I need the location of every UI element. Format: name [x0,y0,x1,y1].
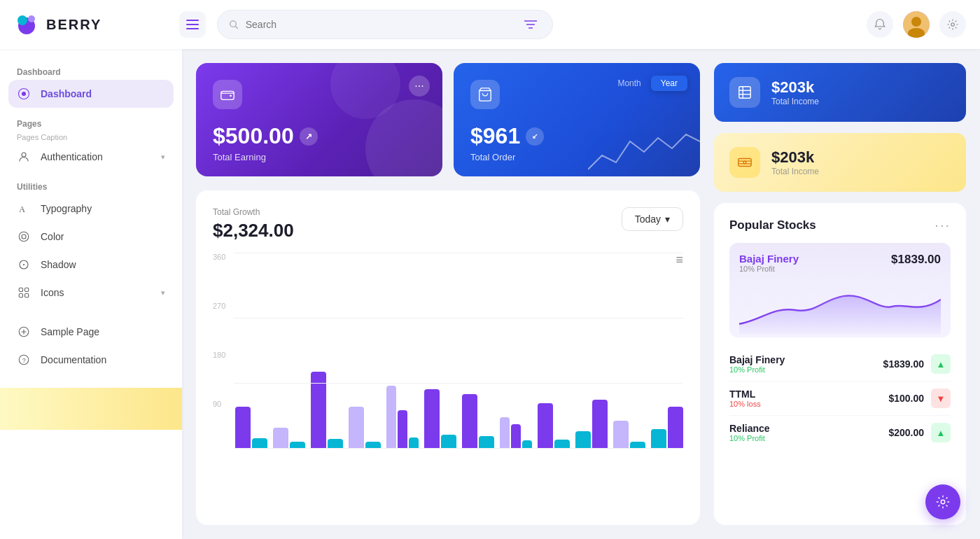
income-amount-yellow: $203k [771,148,819,167]
bar-teal [290,442,305,449]
earning-card-more-button[interactable]: ··· [409,76,430,97]
svg-point-2 [28,15,35,22]
svg-rect-3 [186,20,199,21]
bar-teal [252,438,267,449]
total-order-card: Month Year $961 ↙ Total Orde [454,63,700,176]
shadow-icon [17,258,31,272]
stock-row-info: Bajaj Finery 10% Profit [729,354,785,374]
svg-rect-33 [739,87,751,99]
bar-light-purple [386,386,396,449]
total-earning-card: ··· $500.00 ↗ Total Earning [196,63,442,176]
stock-row-name: TTML [729,388,761,400]
svg-point-31 [230,94,232,97]
icons-icon [17,286,31,300]
cash-icon [737,155,752,170]
bar-purple [462,394,477,449]
order-tab-toggle: Month Year [608,76,687,91]
sidebar-item-shadow[interactable]: Shadow [0,251,182,279]
chevron-down-icon: ▾ [161,153,165,162]
svg-rect-4 [186,24,199,25]
bar-purple [235,407,251,449]
bar-group-6 [424,389,456,449]
order-card-icon-box [470,80,500,109]
bar-teal [365,442,381,449]
sidebar-item-authentication[interactable]: Authentication ▾ [0,143,182,171]
bar-purple [592,400,608,449]
featured-stock-chart: Bajaj Finery 10% Profit $1839.00 [729,243,951,337]
stock-row-name: Reliance [729,423,770,434]
stock-row-price: $200.00 [888,427,924,438]
sidebar-item-typography[interactable]: A Typography [0,195,182,223]
sidebar-item-sample-page[interactable]: Sample Page [0,318,182,346]
wallet-icon [220,87,235,102]
svg-rect-5 [186,28,199,29]
bar-teal [554,440,570,449]
sidebar-typography-label: Typography [41,203,92,214]
main-layout: Dashboard Dashboard Pages Pages Caption … [0,49,980,539]
sidebar-item-icons[interactable]: Icons ▾ [0,279,182,307]
logo-area: BERRY [14,12,168,37]
income-info-blue: $203k Total Income [771,78,819,106]
bar-teal [328,439,343,449]
stock-row-price: $1839.00 [883,358,924,370]
bar-teal [651,429,666,449]
svg-point-6 [230,21,237,27]
bar-teal [441,435,456,449]
bar-teal [479,436,494,449]
bar-light-purple [500,417,510,449]
bar-purple [511,424,521,449]
chart-header: Total Growth $2,324.00 Today ▾ [213,207,683,241]
bar-group-5 [386,386,419,449]
today-filter-button[interactable]: Today ▾ [622,207,683,231]
sidebar-item-dashboard[interactable]: Dashboard [8,80,174,108]
stocks-header: Popular Stocks ··· [729,217,951,233]
dashboard-section-label: Dashboard [0,63,182,80]
filter-icon [524,20,537,29]
settings-button[interactable] [939,11,966,38]
notification-button[interactable] [867,11,893,38]
earning-card-icon-box [213,80,242,109]
berry-logo-icon [14,12,39,37]
fab-settings-button[interactable] [925,484,960,519]
sidebar-icons-label: Icons [41,287,64,298]
svg-point-38 [743,161,746,164]
sidebar-item-documentation[interactable]: ? Documentation [0,346,182,374]
year-tab-button[interactable]: Year [651,76,687,91]
utilities-section-label: Utilities [0,178,182,195]
sidebar-dashboard-label: Dashboard [41,88,92,99]
bar-teal [575,431,591,449]
bar-group-9 [538,403,570,449]
svg-point-16 [22,92,26,96]
stock-row-info: Reliance 10% Profit [729,423,770,442]
dashboard-icon [17,87,31,101]
fab-gear-icon [935,494,951,510]
search-input[interactable] [246,19,514,30]
hamburger-button[interactable] [179,11,206,38]
typography-icon: A [17,202,31,216]
avatar[interactable] [903,11,930,38]
bar-group-11 [613,421,645,449]
svg-point-19 [19,232,29,241]
svg-line-7 [235,27,237,29]
shopping-icon [477,87,493,102]
sidebar-documentation-label: Documentation [41,354,106,365]
stock-list-item: Reliance 10% Profit $200.00 ▲ [729,416,951,449]
month-tab-button[interactable]: Month [608,76,650,91]
popular-stocks-card: Popular Stocks ··· Bajaj Finery 10% Prof… [714,203,966,525]
chart-menu-button[interactable]: ≡ [676,253,683,267]
filter-button[interactable] [521,13,541,36]
avatar-image [903,11,930,38]
svg-rect-37 [738,159,751,167]
stocks-more-button[interactable]: ··· [934,217,951,233]
bar-light-purple [613,421,629,449]
svg-text:?: ? [22,357,26,364]
bell-icon [874,18,886,31]
sidebar-shadow-label: Shadow [41,259,76,270]
growth-chart-card: Total Growth $2,324.00 Today ▾ ≡ 360 270… [196,190,700,525]
earning-label: Total Earning [213,152,426,162]
bar-group-7 [462,394,494,449]
y-axis: 360 270 180 90 [213,253,234,449]
svg-rect-23 [19,288,22,291]
bar-teal [522,440,532,449]
sidebar-item-color[interactable]: Color [0,223,182,251]
